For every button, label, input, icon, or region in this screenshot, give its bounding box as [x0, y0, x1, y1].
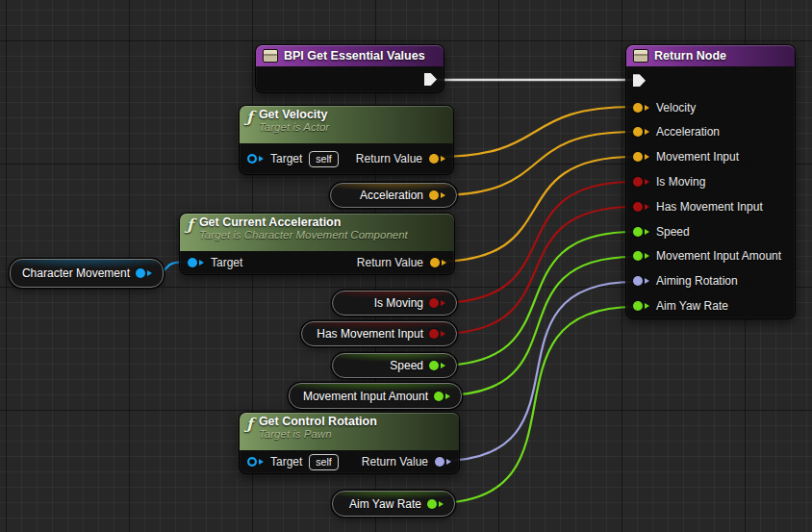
pin-circle	[136, 268, 145, 278]
input-pin-movement-input-amount[interactable]	[633, 251, 649, 261]
node-subtitle: Target is Actor	[259, 121, 329, 133]
exec-input-row	[626, 66, 795, 95]
node-get-current-acceleration[interactable]: ƒGet Current AccelerationTarget is Chara…	[179, 213, 455, 275]
target-pin[interactable]	[247, 154, 264, 164]
node-is-moving[interactable]: Is Moving	[332, 291, 457, 316]
pin-circle	[247, 457, 257, 467]
output-pin-speed[interactable]	[429, 361, 445, 370]
output-pin-movement-input-amount[interactable]	[434, 392, 450, 401]
variable-name: Speed	[390, 359, 423, 372]
input-pin-aiming-rotation[interactable]	[633, 276, 649, 286]
pin-label: Speed	[656, 225, 690, 239]
pin-label: Has Movement Input	[656, 200, 763, 214]
output-pin-acceleration[interactable]	[429, 190, 445, 200]
pin-arrow-icon	[645, 253, 649, 259]
pin-arrow-icon	[645, 229, 649, 235]
input-pin-has-movement-input[interactable]	[633, 202, 649, 212]
output-pin-character-movement[interactable]	[136, 268, 152, 278]
function-icon: ƒ	[246, 110, 253, 125]
node-title: Return Node	[654, 49, 726, 63]
input-pin-acceleration[interactable]	[633, 127, 649, 137]
self-default-value: self	[309, 151, 338, 167]
node-titles: Get VelocityTarget is Actor	[259, 108, 329, 133]
variable-name: Movement Input Amount	[303, 390, 428, 403]
pin-label: Aiming Rotation	[656, 274, 738, 288]
pin-label: Is Moving	[656, 175, 705, 189]
node-get-velocity[interactable]: ƒGet VelocityTarget is ActorTargetselfRe…	[239, 105, 454, 175]
return-value-pin[interactable]	[430, 258, 446, 267]
pin-circle	[633, 227, 643, 237]
return-value-label: Return Value	[362, 455, 428, 469]
target-group: Targetself	[247, 454, 339, 470]
target-group: Targetself	[247, 151, 339, 167]
node-return-node[interactable]: Return NodeVelocityAccelerationMovement …	[625, 44, 796, 319]
node-movement-input-amount[interactable]: Movement Input Amount	[289, 383, 462, 409]
input-pin-is-moving[interactable]	[633, 177, 649, 187]
input-pin-speed[interactable]	[633, 227, 649, 237]
exec-out-pin[interactable]	[424, 73, 437, 86]
node-speed[interactable]: Speed	[332, 353, 457, 378]
node-get-control-rotation[interactable]: ƒGet Control RotationTarget is PawnTarge…	[239, 412, 460, 474]
output-pin-aim-yaw-rate[interactable]	[427, 499, 444, 509]
node-character-movement[interactable]: Character Movement	[10, 259, 164, 288]
input-pin-movement-input[interactable]	[633, 152, 649, 162]
node-header: Return Node	[626, 45, 795, 66]
pin-circle	[633, 127, 643, 137]
node-body: TargetselfReturn Value	[240, 143, 453, 174]
pin-arrow-icon	[441, 363, 445, 368]
pin-arrow-icon	[259, 156, 264, 162]
pin-row-aim-yaw-rate: Aim Yaw Rate	[626, 293, 795, 318]
pin-row-velocity: Velocity	[626, 95, 795, 120]
pin-arrow-icon	[645, 278, 649, 284]
pin-arrow-icon	[445, 393, 450, 399]
variable-name: Acceleration	[360, 189, 423, 202]
pin-arrow-icon	[147, 270, 152, 276]
pin-row-speed: Speed	[626, 219, 795, 244]
node-header: ƒGet Control RotationTarget is Pawn	[240, 413, 459, 450]
node-subtitle: Target is Character Movement Component	[199, 229, 408, 241]
blueprint-graph-canvas[interactable]: BPI Get Essential ValuesReturn NodeVeloc…	[0, 0, 812, 532]
function-icon: ƒ	[187, 217, 193, 233]
return-value-group: Return Value	[357, 256, 446, 269]
pin-circle	[427, 499, 437, 509]
node-bpi-get-essential-values[interactable]: BPI Get Essential Values	[255, 44, 444, 93]
return-value-pin[interactable]	[435, 457, 451, 467]
node-subtitle: Target is Pawn	[259, 428, 377, 440]
pin-circle	[633, 251, 643, 261]
pin-label: Velocity	[656, 101, 696, 114]
pin-row-aiming-rotation: Aiming Rotation	[626, 268, 795, 293]
target-pin[interactable]	[188, 258, 204, 267]
node-has-movement-input[interactable]: Has Movement Input	[301, 321, 457, 346]
variable-name: Is Moving	[374, 296, 423, 310]
pin-circle	[434, 392, 444, 401]
pin-circle	[633, 177, 643, 187]
node-title: Get Control Rotation	[259, 415, 377, 428]
node-header: BPI Get Essential Values	[256, 45, 444, 66]
pin-arrow-icon	[441, 156, 445, 162]
node-aim-yaw-rate[interactable]: Aim Yaw Rate	[332, 491, 455, 517]
pin-circle	[188, 258, 197, 267]
pin-circle	[633, 152, 643, 162]
input-pin-aim-yaw-rate[interactable]	[633, 301, 649, 311]
pin-arrow-icon	[645, 204, 649, 210]
node-acceleration[interactable]: Acceleration	[330, 183, 457, 208]
node-crate-icon	[263, 49, 278, 63]
return-value-pin[interactable]	[429, 154, 445, 164]
output-pin-has-movement-input[interactable]	[429, 329, 445, 339]
pin-arrow-icon	[446, 459, 451, 465]
pin-arrow-icon	[199, 260, 204, 266]
pin-arrow-icon	[439, 501, 444, 507]
pin-circle	[429, 329, 439, 339]
variable-name: Character Movement	[22, 266, 130, 280]
node-layer: BPI Get Essential ValuesReturn NodeVeloc…	[0, 0, 812, 532]
target-label: Target	[270, 455, 302, 469]
output-pin-is-moving[interactable]	[429, 298, 445, 308]
target-pin[interactable]	[247, 457, 264, 467]
self-default-value: self	[309, 454, 338, 470]
input-pin-velocity[interactable]	[633, 103, 649, 113]
pin-circle	[429, 154, 439, 164]
pin-circle	[429, 361, 439, 370]
exec-in-pin[interactable]	[633, 74, 646, 87]
pin-circle	[429, 298, 439, 308]
return-value-label: Return Value	[356, 152, 422, 165]
